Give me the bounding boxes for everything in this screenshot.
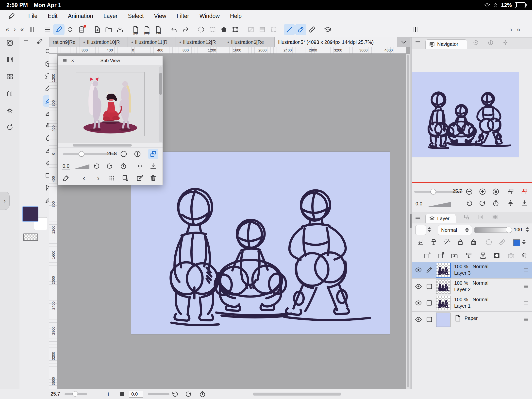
nav-rotation-ramp[interactable] <box>427 202 451 207</box>
reset-view-button[interactable] <box>198 390 207 399</box>
fit-to-navigator-icon[interactable] <box>519 186 530 197</box>
bottom-zoom-knob[interactable] <box>72 391 78 397</box>
export-psd-button[interactable]: psd <box>153 24 164 35</box>
quick-access-icon[interactable] <box>5 38 14 47</box>
tutorial-button[interactable] <box>322 24 333 35</box>
dock-drag-handle[interactable] <box>26 24 37 35</box>
menu-window[interactable]: Window <box>194 13 225 19</box>
layer-property-tab-icon[interactable] <box>492 214 498 220</box>
zoom-out-icon[interactable] <box>118 149 129 159</box>
storyboard-icon[interactable] <box>5 72 14 81</box>
auto-action-icon[interactable] <box>5 106 14 115</box>
navigator-palette-handle[interactable] <box>415 40 421 46</box>
layer-drag-handle[interactable] <box>523 267 529 273</box>
actual-pixels-icon[interactable] <box>491 186 501 197</box>
menu-view[interactable]: View <box>149 13 171 19</box>
menu-animation[interactable]: Animation <box>63 13 98 19</box>
document-tab-4[interactable]: • Illustration12[R <box>176 37 224 47</box>
layer-thumbnail[interactable] <box>436 263 450 277</box>
rotation-ramp[interactable] <box>73 164 89 169</box>
rotate-ccw-button[interactable] <box>170 390 179 399</box>
panel-dock-handle[interactable] <box>412 22 419 37</box>
layer-drag-handle[interactable] <box>523 300 529 306</box>
next-image-icon[interactable]: › <box>93 173 103 183</box>
gradient-selection-button[interactable] <box>257 24 268 35</box>
rotate-cw-icon[interactable] <box>105 161 115 171</box>
open-file-button[interactable] <box>103 24 114 35</box>
expand-right-dock-icon[interactable]: › <box>508 26 515 33</box>
blend-preview-button[interactable] <box>415 225 426 235</box>
tab-navigator[interactable]: Navigator <box>425 39 467 49</box>
vertical-scrollbar-handle[interactable] <box>407 55 409 387</box>
main-color-swatch[interactable] <box>22 206 38 222</box>
main-menu-button[interactable] <box>42 24 53 35</box>
nav-reset-rotation-icon[interactable] <box>491 198 501 208</box>
palette-tab-compass-icon[interactable] <box>473 40 479 46</box>
navigator-preview[interactable] <box>412 72 519 157</box>
layer-thumbnail[interactable] <box>436 280 450 294</box>
document-tab-2[interactable]: • Illustration10[R <box>80 37 128 47</box>
clip-studio-logo[interactable] <box>7 12 16 21</box>
minimize-icon[interactable]: — <box>76 59 84 63</box>
layer-checkbox[interactable] <box>426 316 433 323</box>
selection-border-button[interactable] <box>268 24 279 35</box>
menu-layer[interactable]: Layer <box>98 13 123 19</box>
menu-edit[interactable]: Edit <box>43 13 63 19</box>
sub-view-vscrollbar[interactable] <box>159 66 162 142</box>
current-tool-button[interactable] <box>53 24 65 35</box>
rotate-cw-button[interactable] <box>184 390 193 399</box>
lock-transparent-pixels-icon[interactable] <box>468 237 479 247</box>
reference-layer-icon[interactable] <box>429 237 439 247</box>
nav-rotate-ccw-icon[interactable] <box>464 198 474 208</box>
layer-search-tab-icon[interactable] <box>464 214 469 220</box>
palette-tab-info-icon[interactable] <box>488 40 494 46</box>
sub-view-titlebar[interactable]: Sub View × — <box>58 56 163 65</box>
layer-checkbox[interactable] <box>426 299 433 307</box>
draft-layer-icon[interactable] <box>442 237 452 247</box>
layer-visibility-icon[interactable] <box>415 316 422 323</box>
transparent-color-swatch[interactable] <box>23 233 38 241</box>
new-folder-icon[interactable] <box>449 250 460 261</box>
panel-resize-grip[interactable] <box>410 214 412 228</box>
snap-to-grid-button[interactable] <box>306 24 318 35</box>
transfer-down-icon[interactable] <box>464 250 474 261</box>
canvas[interactable] <box>131 152 390 334</box>
collapse-tool-dock-icon[interactable]: « <box>18 26 26 33</box>
new-raster-layer-icon[interactable] <box>422 250 432 261</box>
edit-image-icon[interactable] <box>135 173 145 183</box>
bottom-rotation-slider[interactable] <box>148 393 169 395</box>
layer-color-chip[interactable] <box>513 239 520 246</box>
new-vector-layer-icon[interactable] <box>436 250 446 261</box>
rotate-ccw-icon[interactable] <box>91 161 101 171</box>
clip-studio-assets-button[interactable] <box>76 24 87 35</box>
subview-eyedropper-icon[interactable] <box>61 173 71 183</box>
timeline-icon[interactable] <box>5 55 14 64</box>
rotate-canvas-icon[interactable] <box>5 123 14 132</box>
expand-dock-icon[interactable]: › <box>11 26 18 33</box>
enable-mask-icon[interactable] <box>484 237 494 247</box>
layer-row-paper[interactable]: Paper <box>412 312 532 328</box>
save-button[interactable] <box>114 24 126 35</box>
fill-selection-button[interactable] <box>218 24 230 35</box>
hidden-palette-flag[interactable]: › <box>0 192 10 210</box>
sub-view-menu-icon[interactable] <box>60 58 69 63</box>
palette-tab-flip-icon[interactable] <box>502 40 508 46</box>
blend-stepper[interactable] <box>428 227 431 232</box>
page-manager-icon[interactable] <box>5 89 14 98</box>
sub-view-zoom-slider[interactable]: 26.8 <box>63 149 117 159</box>
sub-view-image-area[interactable] <box>58 65 163 143</box>
transform-button[interactable] <box>230 24 241 35</box>
undo-button[interactable] <box>168 24 180 35</box>
import-image-icon[interactable] <box>120 173 131 183</box>
layer-row-2[interactable]: 100 % Normal Layer 2 <box>412 279 532 295</box>
vertical-scrollbar[interactable] <box>406 54 410 389</box>
opacity-stepper[interactable] <box>526 227 529 232</box>
export-png-button[interactable]: png <box>141 24 153 35</box>
document-tab-active[interactable]: Illustration5* (4093 x 2894px 144dpi 25.… <box>275 37 397 47</box>
invert-selection-button[interactable] <box>245 24 257 35</box>
tab-layer[interactable]: Layer <box>425 214 456 223</box>
document-tab-3[interactable]: • Illustration11[R <box>128 37 176 47</box>
nav-flip-horizontal-icon[interactable] <box>505 198 516 208</box>
delete-layer-icon[interactable] <box>519 250 530 261</box>
image-list-icon[interactable] <box>107 173 117 183</box>
